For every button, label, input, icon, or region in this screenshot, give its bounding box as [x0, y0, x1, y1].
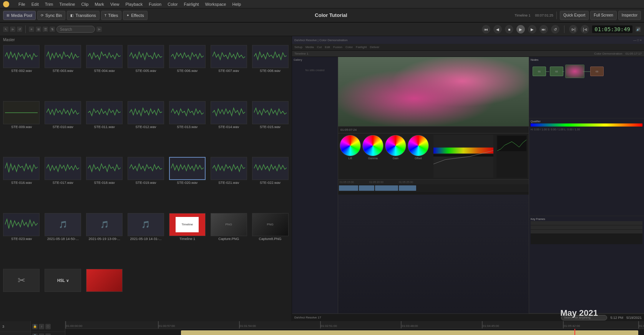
list-item[interactable]: 🎵 2021-05-18 14-50-... — [43, 213, 83, 268]
media-item-label: STE-014.wav — [218, 125, 239, 129]
tc-row-2: 🔒 ♪ □ — [31, 332, 65, 335]
view-sort[interactable]: ⇅ — [50, 27, 55, 32]
menu-help[interactable]: Help — [232, 2, 241, 7]
menu-fairlight[interactable]: Fairlight — [184, 2, 199, 7]
view-grid[interactable]: ⊞ — [36, 27, 41, 32]
skip-back-button[interactable]: ⏮ — [482, 25, 490, 33]
list-item[interactable]: PNG Capture8.PNG — [250, 213, 290, 268]
tool-undo[interactable]: ↺ — [17, 27, 22, 32]
play-button[interactable]: ▶ — [516, 25, 525, 33]
list-item[interactable]: ✂ — [2, 269, 41, 320]
skip-forward-button[interactable]: ⏭ — [539, 25, 548, 33]
eye-icon-2[interactable]: □ — [45, 333, 51, 335]
overlay-submenu: Timeline 1 Color Demonstration 01:05:17:… — [292, 51, 644, 57]
list-item[interactable]: STE-010.wav — [43, 101, 83, 156]
lock-icon[interactable]: 🔒 — [32, 324, 38, 329]
list-item[interactable]: STE-020.wav — [167, 157, 207, 212]
eye-icon-3[interactable]: □ — [45, 324, 51, 329]
list-item[interactable] — [85, 269, 124, 320]
master-label: Master — [0, 36, 292, 43]
lock-icon-2[interactable]: 🔒 — [32, 333, 38, 335]
list-item[interactable]: STE-007.wav — [209, 45, 249, 100]
transport-sep — [564, 25, 564, 33]
audio-icon[interactable]: 🔊 — [636, 27, 641, 32]
list-item[interactable]: STE-019.wav — [126, 157, 166, 212]
audio-icon-2[interactable]: ♪ — [39, 333, 44, 335]
quick-export-button[interactable]: Quick Export — [560, 11, 589, 20]
list-item[interactable]: STE-018.wav — [85, 157, 124, 212]
inspector-label: Inspector — [622, 13, 637, 17]
list-item[interactable]: 🎵 2021-05-19 13-09-... — [85, 213, 124, 268]
full-screen-button[interactable]: Full Screen — [590, 11, 617, 20]
list-item[interactable]: STE-003.wav — [43, 45, 83, 100]
media-item-label: STE-023.wav — [11, 237, 32, 241]
list-item[interactable]: STE-004.wav — [85, 45, 124, 100]
media-pool-button[interactable]: ⊞ Media Pool — [3, 11, 36, 20]
list-item[interactable]: STE-023.wav — [2, 213, 41, 268]
list-item[interactable]: HSL ∨ — [43, 269, 83, 320]
media-item-label: STE-016.wav — [11, 181, 32, 185]
list-item[interactable]: Timeline Timeline 1 — [167, 213, 207, 268]
list-item[interactable]: STE-009.wav — [2, 101, 41, 156]
list-item[interactable]: STE-005.wav — [126, 45, 166, 100]
transitions-button[interactable]: ◧ Transitions — [67, 11, 99, 20]
loop-button[interactable]: ↺ — [551, 25, 559, 33]
menu-timeline[interactable]: Timeline — [59, 2, 75, 7]
menu-file[interactable]: File — [18, 2, 25, 7]
timeline-section: 3 2 1 A1 A2 🔒 ♪ □ 🔒 ♪ □ 🔒 ♪ □ — [0, 321, 644, 335]
ruler-mark: 01:00:00:00 — [65, 321, 66, 328]
list-item[interactable]: STE-017.wav — [43, 157, 83, 212]
titles-button[interactable]: T Titles — [101, 11, 121, 20]
menu-playback[interactable]: Playback — [126, 2, 143, 7]
clip-title[interactable] — [181, 330, 638, 335]
stop-button[interactable]: ■ — [505, 25, 513, 33]
menu-view[interactable]: View — [110, 2, 120, 7]
timeline-dropdown-label[interactable]: Timeline 1 — [515, 13, 530, 17]
list-item[interactable]: STE-006.wav — [167, 45, 207, 100]
qualifiers-header: Qualifier — [531, 120, 642, 123]
next-frame-button[interactable]: ▶ — [528, 25, 536, 33]
list-item[interactable]: STE-021.wav — [209, 157, 249, 212]
sync-bin-button[interactable]: ⟳ Sync Bin — [37, 11, 65, 20]
search-options[interactable]: ⊳ — [96, 27, 102, 32]
start-button[interactable]: |⊲ — [581, 25, 589, 33]
media-item-label: Capture.PNG — [218, 237, 239, 241]
tool-select[interactable]: ⊳ — [10, 27, 15, 32]
preview-overlay: DaVinci Resolve | Color Demonstration — … — [292, 36, 644, 321]
node-image — [565, 65, 584, 78]
media-item-label: STE-013.wav — [177, 125, 198, 129]
menu-trim[interactable]: Trim — [45, 2, 53, 7]
media-item-label: STE-008.wav — [260, 69, 281, 73]
menu-color[interactable]: Color — [168, 2, 178, 7]
menu-workspace[interactable]: Workspace — [205, 2, 226, 7]
list-item[interactable]: STE-002.wav — [2, 45, 41, 100]
menu-clip[interactable]: Clip — [81, 2, 88, 7]
list-item[interactable]: STE-015.wav — [250, 101, 290, 156]
audio-icon-3[interactable]: ♪ — [39, 324, 44, 329]
view-list[interactable]: ≡ — [29, 27, 34, 32]
inner-timeline: 01:05:15:00 01:05:20:00 01:05:25:00 — [338, 179, 529, 195]
list-item[interactable]: STE-011.wav — [85, 101, 124, 156]
prev-frame-button[interactable]: ◀ — [493, 25, 502, 33]
menu-fusion[interactable]: Fusion — [149, 2, 161, 7]
inspector-button[interactable]: Inspector — [618, 11, 641, 20]
playhead-upper — [574, 329, 575, 335]
menu-edit[interactable]: Edit — [32, 2, 39, 7]
list-item[interactable]: STE-008.wav — [250, 45, 290, 100]
list-item[interactable]: PNG Capture.PNG — [209, 213, 249, 268]
effects-button[interactable]: ✦ Effects — [123, 11, 147, 20]
menu-mark[interactable]: Mark — [95, 2, 104, 7]
search-input[interactable] — [56, 26, 95, 33]
list-item[interactable]: STE-013.wav — [167, 101, 207, 156]
list-item[interactable]: STE-022.wav — [250, 157, 290, 212]
view-meta[interactable]: ☰ — [43, 27, 48, 32]
list-item[interactable]: STE-016.wav — [2, 157, 41, 212]
tool-arrow[interactable]: ↖ — [3, 27, 8, 32]
list-item[interactable]: STE-014.wav — [209, 101, 249, 156]
media-grid: STE-002.wav STE-003.wav STE-004.wav STE-… — [0, 43, 292, 321]
end-button[interactable]: ⊳| — [569, 25, 578, 33]
list-item[interactable]: 🎵 2021-05-19 14-31-... — [126, 213, 166, 268]
overlay-main: 01:05:07:24 Lift — [338, 57, 529, 313]
media-item-label: STE-003.wav — [53, 69, 73, 73]
list-item[interactable]: STE-012.wav — [126, 101, 166, 156]
